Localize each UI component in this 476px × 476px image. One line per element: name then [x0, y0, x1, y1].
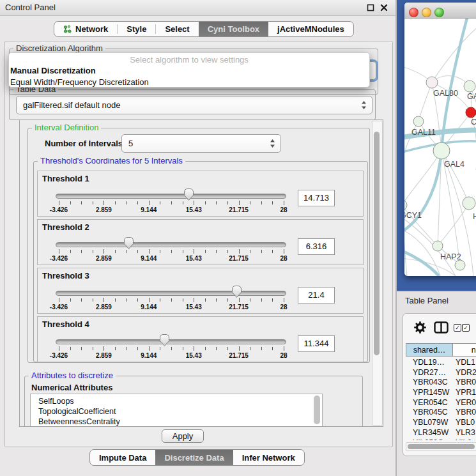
tab-discretize-data[interactable]: Discretize Data	[155, 450, 233, 465]
threshold-panel-4: Threshold 4-3.4262.8599.14415.4321.71528…	[37, 316, 364, 362]
table-data-group: Table Data galFiltered.sif default node	[9, 89, 376, 120]
slider-tick	[127, 250, 127, 253]
attribute-item-betweennesscentrality[interactable]: BetweennessCentrality	[31, 417, 322, 427]
slider-tick	[194, 201, 194, 205]
num-intervals-value: 5	[122, 139, 270, 148]
slider-tick	[284, 346, 284, 351]
slider-tick-label: 28	[280, 352, 287, 359]
interval-definition-group: Interval Definition Number of Intervals …	[27, 128, 370, 363]
minimize-traffic-light[interactable]	[422, 8, 431, 17]
algorithm-group-title: Discretization Algorithm	[13, 43, 105, 53]
close-icon[interactable]	[380, 4, 388, 12]
table-hscrollbar-thumb[interactable]	[408, 444, 475, 449]
slider-tick	[261, 298, 262, 302]
slider-track[interactable]	[56, 291, 286, 296]
slider-track[interactable]	[56, 194, 286, 199]
slider-thumb[interactable]	[183, 188, 194, 201]
table-rows: YDL19…YDL1YDR27…YDR2YBR043CYBR0YPR145WYP…	[406, 358, 476, 440]
threshold-value-field[interactable]: 14.713	[298, 190, 335, 206]
float-icon[interactable]	[367, 4, 374, 12]
dropdown-option-manual-discretization[interactable]: Manual Discretization	[9, 65, 369, 77]
network-node-gal4[interactable]	[433, 142, 450, 159]
slider-thumb[interactable]	[231, 285, 242, 298]
slider-tick	[272, 298, 273, 302]
list-scrollbar-thumb[interactable]	[314, 395, 320, 424]
table-row[interactable]: YBL079WYBL0	[406, 418, 476, 428]
network-window-titlebar[interactable]	[404, 3, 476, 19]
zoom-traffic-light[interactable]	[434, 8, 444, 17]
close-traffic-light[interactable]	[409, 8, 418, 17]
table-row[interactable]: YDR27…YDR2	[406, 368, 476, 378]
tab-impute-data[interactable]: Impute Data	[90, 450, 155, 465]
slider-tick	[261, 250, 262, 253]
network-view-window[interactable]: GAL80GACGAL11GAL4GCY1HHAP2	[404, 3, 476, 276]
cell-name: YDR2	[453, 368, 476, 378]
network-node-label: GAL80	[433, 89, 458, 98]
network-node-c[interactable]	[466, 107, 476, 118]
attribute-item-selfloops[interactable]: SelfLoops	[31, 396, 322, 406]
slider-tick	[93, 298, 93, 302]
numerical-attributes-list[interactable]: SelfLoopsTopologicalCoefficientBetweenne…	[30, 394, 323, 427]
network-node-h[interactable]	[463, 197, 475, 210]
apply-button[interactable]: Apply	[162, 429, 204, 443]
gear-icon[interactable]	[413, 321, 427, 334]
table-row[interactable]: YPR145WYPR1	[406, 388, 476, 398]
slider-tick	[239, 298, 240, 302]
cell-shared-name: YPR145W	[406, 388, 453, 398]
slider-tick	[115, 298, 116, 302]
network-node-gal80[interactable]	[426, 77, 438, 88]
slider-tick	[194, 249, 194, 254]
table-hscrollbar[interactable]	[406, 442, 476, 451]
network-node-label: GAL11	[411, 128, 436, 137]
slider-tick-label: -3.426	[50, 206, 68, 213]
network-node-label: GAL4	[444, 160, 464, 169]
slider-thumb-icon	[123, 236, 134, 250]
tab-select[interactable]: Select	[156, 22, 198, 36]
slider-tick	[250, 201, 250, 204]
slider-tick	[81, 201, 82, 204]
slider-thumb[interactable]	[123, 236, 134, 250]
table-row[interactable]: YBR043CYBR0	[406, 378, 476, 388]
table-row[interactable]: YBR045CYBR0	[406, 408, 476, 418]
attribute-item-topologicalcoefficient[interactable]: TopologicalCoefficient	[31, 406, 322, 417]
checkbox-icon[interactable]: ✓	[454, 324, 461, 332]
dropdown-option-equal-width-frequency[interactable]: Equal Width/Frequency Discretization	[9, 77, 369, 88]
slider-track[interactable]	[56, 339, 286, 344]
tab-network[interactable]: Network	[54, 22, 117, 36]
interval-definition-title: Interval Definition	[32, 123, 101, 132]
table-data-combobox[interactable]: galFiltered.sif default node	[16, 96, 372, 114]
settings-vscrollbar[interactable]	[372, 121, 383, 426]
network-node-gal11[interactable]	[413, 116, 424, 127]
threshold-value-field[interactable]: 11.344	[298, 335, 335, 352]
table-row[interactable]: YDL19…YDL1	[406, 358, 476, 368]
slider-track[interactable]	[56, 242, 286, 247]
settings-vscrollbar-thumb[interactable]	[374, 132, 380, 355]
cell-shared-name: YBR043C	[406, 378, 453, 388]
num-intervals-spinner[interactable]: 5	[121, 134, 281, 153]
threshold-value-field[interactable]: 21.4	[298, 287, 335, 303]
column-header-shared[interactable]: shared…	[406, 343, 453, 357]
cell-name: YIL0	[453, 438, 476, 441]
network-node-ga[interactable]	[464, 81, 475, 92]
threshold-panel-1: Threshold 1-3.4262.8599.14415.4321.71528…	[37, 171, 364, 217]
table-row[interactable]: YIL053CYIL0	[406, 438, 476, 441]
network-node-gcy1[interactable]	[404, 200, 407, 210]
column-header-name[interactable]: name	[453, 343, 476, 357]
network-node[interactable]	[455, 260, 465, 270]
threshold-value-field[interactable]: 6.316	[298, 238, 335, 255]
slider-tick-label: 2.859	[96, 206, 112, 213]
network-canvas[interactable]: GAL80GACGAL11GAL4GCY1HHAP2	[404, 3, 476, 276]
table-row[interactable]: YER054CYER0	[406, 398, 476, 408]
cell-shared-name: YIL053C	[406, 438, 453, 441]
slider-thumb[interactable]	[159, 334, 170, 347]
tab-cyni-toolbox[interactable]: Cyni Toolbox	[199, 22, 268, 36]
slider-tick-label: 28	[280, 303, 287, 311]
checkbox-icon[interactable]: ✓	[462, 324, 470, 332]
network-node-hap2[interactable]	[433, 241, 443, 251]
cell-shared-name: YER054C	[406, 398, 453, 408]
tab-jactivemnodules[interactable]: jActiveMNodules	[268, 22, 353, 36]
tab-infer-network[interactable]: Infer Network	[233, 450, 304, 465]
tab-style[interactable]: Style	[118, 22, 155, 36]
table-row[interactable]: YLR345WYLR3	[406, 428, 476, 438]
column-layout-icon[interactable]	[434, 321, 449, 334]
